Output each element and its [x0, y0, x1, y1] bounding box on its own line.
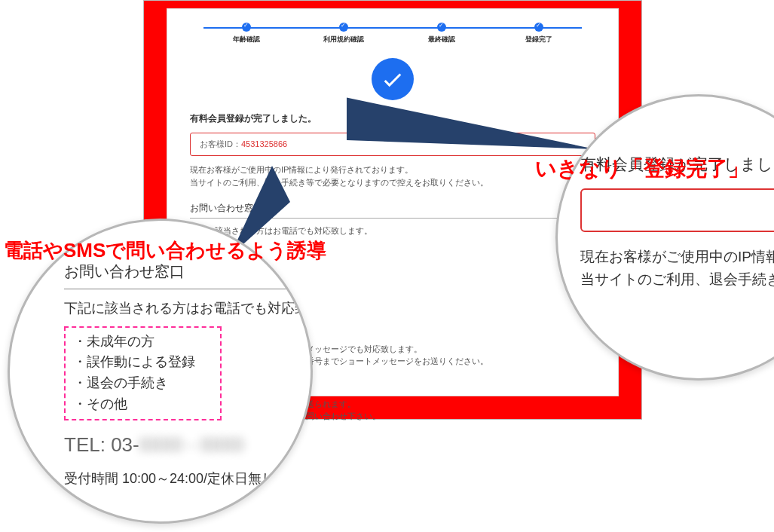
ip-info-line: 当サイトのご利用、退会手続き等で必要となりますので控えをお取りください。	[190, 178, 488, 187]
step-terms: 利用規約確認	[295, 23, 393, 44]
zoom-bullet-cancel: ・退会の手続き	[73, 375, 168, 390]
zoom-ip-line: 現在お客様がご使用中のIP情報に	[580, 249, 774, 264]
check-icon	[339, 23, 348, 32]
diagram-stage: 年齢確認 利用規約確認 最終確認 登録完了 有料会員登録が完了しました。	[0, 0, 774, 532]
ip-info-line: 現在お客様がご使用中のIP情報により発行されております。	[190, 165, 413, 174]
zoom-ip-text: 現在お客様がご使用中のIP情報に 当サイトのご利用、退会手続き	[580, 246, 774, 292]
step-label: 最終確認	[393, 35, 491, 44]
check-icon	[534, 23, 543, 32]
zoom-reception-hours: 受付時間 10:00～24:00/定休日無し	[64, 467, 313, 491]
step-complete: 登録完了	[491, 23, 589, 44]
zoom-tel-blurred: 0000 - 0000	[139, 433, 244, 456]
check-icon	[437, 23, 446, 32]
annotation-sudden-complete: いきなり「登録完了」	[535, 154, 749, 183]
magnifier-left: お問い合わせ窓口 下記に該当される方はお電話でも対応致 ・未成年の方 ・誤作動に…	[8, 219, 313, 524]
step-label: 年齢確認	[197, 35, 295, 44]
magnifier-left-content: お問い合わせ窓口 下記に該当される方はお電話でも対応致 ・未成年の方 ・誤作動に…	[64, 258, 313, 491]
step-label: 利用規約確認	[295, 35, 393, 44]
step-age: 年齢確認	[197, 23, 295, 44]
step-confirm: 最終確認	[393, 23, 491, 44]
zoom-customer-box: お客様	[580, 188, 774, 232]
zoom-bullet-mistake: ・誤作動による登録	[73, 354, 195, 369]
zoom-bullet-other: ・その他	[73, 396, 127, 411]
annotation-phone-sms-lure: 電話やSMSで問い合わせるよう誘導	[4, 237, 326, 264]
success-check-icon	[372, 58, 414, 100]
customer-id-number: 4531325866	[241, 139, 287, 148]
zoom-bullet-box: ・未成年の方 ・誤作動による登録 ・退会の手続き ・その他	[64, 326, 222, 421]
zoom-tel-prefix: TEL: 03-	[64, 433, 139, 456]
zoom-bullet-minor: ・未成年の方	[73, 334, 154, 349]
zoom-inquiry-sub: 下記に該当される方はお電話でも対応致	[64, 297, 313, 320]
zoom-ip-line: 当サイトのご利用、退会手続き	[580, 271, 774, 287]
zoom-tel-number: TEL: 03-0000 - 0000	[64, 428, 313, 461]
customer-id-label: お客様ID：	[200, 139, 241, 148]
check-icon	[242, 23, 251, 32]
progress-stepper: 年齢確認 利用規約確認 最終確認 登録完了	[197, 23, 588, 44]
step-label: 登録完了	[491, 35, 589, 44]
zoom-inquiry-header: お問い合わせ窓口	[580, 313, 774, 334]
